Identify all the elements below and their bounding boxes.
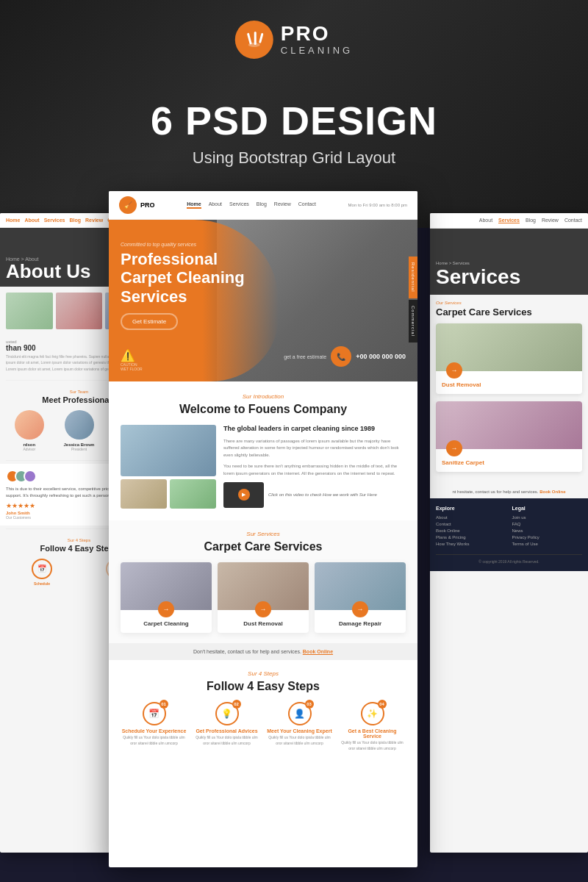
right-nav-blog[interactable]: Blog	[526, 218, 536, 223]
center-nav: 🧹 PRO Home About Services Blog Review Co…	[109, 191, 417, 220]
svg-rect-2	[259, 33, 264, 43]
center-logo: 🧹 PRO	[119, 196, 155, 214]
center-cta: Don't hesitate, contact us for help and …	[109, 643, 417, 660]
service-arrow-1[interactable]: →	[158, 601, 174, 617]
service-arrow-3[interactable]: →	[352, 601, 368, 617]
service-card-3: → Damage Repair	[315, 562, 406, 633]
logo-icon	[235, 21, 273, 59]
logo-text: PRO CLEANING	[281, 23, 353, 56]
center-nav-home[interactable]: Home	[187, 201, 201, 209]
welcome-body-1: There are many variations of passages of…	[223, 438, 406, 459]
center-hero-content: Committed to top quality services Profes…	[121, 242, 268, 330]
footer-explore-heading: Explore	[436, 506, 506, 511]
tagline-area: 6 PSD DESIGN Using Bootstrap Grid Layout	[0, 99, 588, 168]
footer-link-plans[interactable]: Plans & Pricing	[436, 535, 506, 539]
center-nav-about[interactable]: About	[209, 201, 222, 209]
right-card-arrow-1[interactable]: →	[446, 362, 462, 379]
welcome-img-sm-2	[170, 479, 216, 509]
footer-link-about[interactable]: About	[436, 515, 506, 520]
left-nav-about[interactable]: About	[24, 218, 39, 223]
phone-icon: 📞	[331, 346, 351, 367]
logo-cleaning: CLEANING	[281, 46, 353, 56]
play-btn-wrap[interactable]: ▶	[223, 482, 264, 508]
logo-area: PRO CLEANING	[235, 21, 353, 59]
right-cta: nt hesitate, contact us for help and ser…	[430, 485, 588, 498]
center-nav-services[interactable]: Services	[229, 201, 249, 209]
footer-link-faq[interactable]: FAQ	[512, 522, 583, 526]
left-stats-count: than 900	[6, 344, 36, 352]
step-4: ✨ 04 Get a Best Cleaning Service Quikly …	[339, 702, 406, 751]
left-img-1	[6, 293, 53, 329]
footer-copyright: © copyright 2019 All rights Reserved.	[436, 554, 582, 564]
avatar-1	[15, 410, 44, 440]
welcome-img-row	[121, 479, 216, 509]
right-hero-content: Home > Services Services	[436, 261, 582, 289]
left-nav-blog[interactable]: Blog	[69, 218, 81, 223]
footer-link-book[interactable]: Book Online	[436, 528, 506, 533]
team-card-2: Jessica Brown President	[56, 410, 103, 451]
left-about-title: About Us	[6, 262, 91, 281]
caution-area: ⚠️ CAUTIONWET FLOOR	[121, 348, 143, 371]
center-steps-section: Sur 4 Steps Follow 4 Easy Steps 📅 01 Sch…	[109, 660, 417, 761]
footer-link-terms[interactable]: Terms of Use	[512, 542, 583, 546]
right-card-arrow-2[interactable]: →	[446, 440, 462, 456]
service-arrow-2[interactable]: →	[255, 601, 271, 617]
step-2: 💡 02 Get Professional Advices Quikly fil…	[193, 702, 260, 751]
cta-link[interactable]: Book Online	[303, 649, 333, 654]
services-page: About Services Blog Review Contact Home …	[430, 213, 588, 853]
step-circle-1: 📅 01	[143, 702, 166, 725]
services-header: Sur Services Carpet Care Services	[121, 531, 406, 553]
right-nav-services[interactable]: Services	[498, 218, 520, 223]
step-icon-4: ✨	[367, 709, 378, 719]
step-badge-3: 03	[305, 700, 314, 709]
center-nav-links: Home About Services Blog Review Contact	[187, 201, 316, 209]
service-img-3: →	[315, 562, 406, 610]
footer-link-contact[interactable]: Contact	[436, 522, 506, 526]
center-nav-review[interactable]: Review	[274, 201, 291, 209]
footer-link-privacy[interactable]: Privacy Policy	[512, 535, 583, 539]
footer-link-join[interactable]: Join us	[512, 515, 583, 520]
footer-link-news[interactable]: News	[512, 528, 583, 533]
right-nav-about[interactable]: About	[479, 218, 492, 223]
step-title-4: Get a Best Cleaning Service	[339, 728, 406, 739]
right-nav-contact[interactable]: Contact	[564, 218, 582, 223]
left-hero-content: Home > About About Us	[6, 257, 91, 281]
footer-explore-col: Explore About Contact Book Online Plans …	[436, 506, 506, 548]
sidebar-tab-1[interactable]: Residential	[409, 257, 417, 298]
left-nav-review[interactable]: Review	[85, 218, 103, 223]
right-card-title-1: Dust Removal	[442, 381, 576, 388]
center-nav-contact[interactable]: Contact	[298, 201, 316, 209]
sidebar-tab-2[interactable]: Commercial	[409, 300, 417, 343]
step-desc-2: Quikly fill us Your dolo ipisla tibble u…	[193, 735, 260, 746]
services-cards: → Carpet Cleaning → Dust Removal	[121, 562, 406, 633]
sidebar-tabs: Residential Commercial	[409, 257, 417, 343]
left-nav-services[interactable]: Services	[44, 218, 65, 223]
right-cta-link[interactable]: Book Online	[539, 490, 565, 494]
caution-text: CAUTIONWET FLOOR	[121, 362, 143, 371]
right-service-card-2: → Sanitize Carpet	[436, 401, 582, 472]
service-img-2: →	[218, 562, 309, 610]
services-title: Carpet Care Services	[121, 540, 406, 553]
center-logo-name: PRO	[140, 201, 155, 209]
footer-link-how[interactable]: How They Works	[436, 542, 506, 546]
hero-get-estimate-text: get a free estimate	[284, 354, 326, 359]
right-hero: Home > Services Services	[430, 229, 588, 295]
footer-legal-col: Legal Join us FAQ News Privacy Policy Te…	[512, 506, 583, 548]
step-circle-3: 👤 03	[288, 702, 312, 725]
center-nav-blog[interactable]: Blog	[257, 201, 267, 209]
step-title-2: Get Professional Advices	[193, 728, 260, 734]
step-title-3: Meet Your Cleaning Expert	[266, 728, 333, 734]
mockups-container: Home About Services Blog Review Contact …	[0, 213, 588, 882]
welcome-img-main	[121, 425, 216, 476]
welcome-subtitle: The global leaders in carpet cleaning si…	[223, 425, 406, 434]
step-badge-2: 02	[232, 700, 241, 709]
service-title-1: Carpet Cleaning	[126, 620, 206, 627]
play-button[interactable]: ▶	[238, 489, 250, 501]
hero-get-estimate-btn[interactable]: Get Estimate	[121, 313, 178, 330]
left-img-2	[56, 293, 103, 329]
step-desc-3: Quikly fill us Your dolo ipisla tibble u…	[266, 735, 333, 746]
hero-committed: Committed to top quality services	[121, 242, 268, 247]
right-services-label: Our Services	[436, 301, 582, 305]
step-icon-3: 👤	[294, 709, 305, 719]
right-nav-review[interactable]: Review	[542, 218, 559, 223]
